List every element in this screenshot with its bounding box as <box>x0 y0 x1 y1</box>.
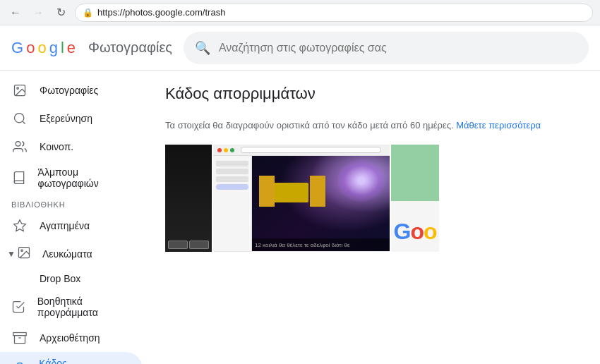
sidebar-label-archive: Αρχειοθέτηση <box>40 332 100 344</box>
sidebar-item-trash[interactable]: Κάδος απορριμμάτων <box>0 352 143 364</box>
logo-e: e <box>67 39 76 57</box>
lock-icon: 🔒 <box>83 8 93 18</box>
search-icon: 🔍 <box>195 40 210 56</box>
svg-marker-5 <box>14 220 26 231</box>
svg-line-3 <box>23 121 25 124</box>
svg-point-1 <box>17 87 18 90</box>
sidebar: Φωτογραφίες Εξερεύνηση Κοινοπ. <box>0 71 148 364</box>
back-button[interactable]: ← <box>7 4 24 21</box>
sidebar-item-photos[interactable]: Φωτογραφίες <box>0 76 143 104</box>
sidebar-label-explore: Εξερεύνηση <box>40 113 92 124</box>
url-text: https://photos.google.com/trash <box>97 7 225 18</box>
sidebar-item-archive[interactable]: Αρχειοθέτηση <box>0 324 143 352</box>
reload-button[interactable]: ↻ <box>52 4 69 21</box>
albums-icon <box>11 169 27 186</box>
sidebar-label-photos: Φωτογραφίες <box>40 85 98 96</box>
favorites-icon <box>11 217 28 234</box>
app-name: Φωτογραφίες <box>88 40 172 56</box>
google-logo: Google <box>11 39 76 57</box>
expand-albums-button[interactable]: ▼ <box>0 245 17 262</box>
search-bar[interactable]: 🔍 <box>184 32 589 64</box>
logo-l: l <box>61 39 64 57</box>
albums2-icon <box>17 245 31 262</box>
sharing-icon <box>11 138 28 155</box>
photo-item-3[interactable]: Goo <box>391 145 439 252</box>
sidebar-label-sharing: Κοινοπ. <box>40 141 73 152</box>
photo-item-1[interactable] <box>165 145 212 252</box>
sidebar-item-sharing[interactable]: Κοινοπ. <box>0 133 143 161</box>
sidebar-label-dropbox: Drop Box <box>40 273 80 284</box>
sidebar-item-albums2-row: ▼ Λευκώματα <box>0 240 143 267</box>
sidebar-section-library: ΒΙΒΛΙΟΘΗΚΗ <box>0 195 148 212</box>
learn-more-link[interactable]: Μάθετε περισσότερα <box>456 120 541 131</box>
sidebar-label-trash: Κάδος απορριμμάτων <box>39 358 131 364</box>
photos-icon <box>11 82 28 99</box>
page-title: Κάδος απορριμμάτων <box>165 85 583 103</box>
sidebar-label-favorites: Αγαπημένα <box>40 220 90 231</box>
svg-point-4 <box>16 142 20 147</box>
app-header: Google Φωτογραφίες 🔍 <box>0 25 600 71</box>
trash-icon <box>11 360 28 364</box>
utilities-icon <box>11 298 26 315</box>
svg-point-2 <box>15 114 24 123</box>
app-container: Google Φωτογραφίες 🔍 Φωτογραφίες Εξερεύν… <box>0 25 600 364</box>
info-bar: Τα στοιχεία θα διαγραφούν οριστικά από τ… <box>165 120 583 131</box>
forward-button[interactable]: → <box>30 4 47 21</box>
archive-icon <box>11 329 28 346</box>
sidebar-item-favorites[interactable]: Αγαπημένα <box>0 212 143 240</box>
address-bar[interactable]: 🔒 https://photos.google.com/trash <box>75 4 593 22</box>
photo-grid: 12 κοιλιά θα θέλετε τε αδελφοί διότι θε … <box>165 145 583 252</box>
sidebar-item-utilities[interactable]: Βοηθητικά προγράμματα <box>0 290 143 324</box>
sidebar-item-albums[interactable]: Άλμπουμ φωτογραφιών <box>0 161 143 195</box>
svg-point-7 <box>21 250 23 252</box>
sidebar-item-explore[interactable]: Εξερεύνηση <box>0 104 143 133</box>
page-content: Κάδος απορριμμάτων Τα στοιχεία θα διαγρα… <box>148 71 600 364</box>
logo-o1: o <box>26 39 35 57</box>
search-input[interactable] <box>219 42 577 54</box>
photo-item-2[interactable]: 12 κοιλιά θα θέλετε τε αδελφοί διότι θε <box>213 145 390 252</box>
sidebar-item-dropbox[interactable]: Drop Box <box>0 267 143 290</box>
sidebar-label-albums: Άλμπουμ φωτογραφιών <box>38 166 131 189</box>
browser-chrome: ← → ↻ 🔒 https://photos.google.com/trash <box>0 0 600 25</box>
sidebar-item-albums2[interactable]: Λευκώματα <box>17 240 143 267</box>
main-content: Φωτογραφίες Εξερεύνηση Κοινοπ. <box>0 71 600 364</box>
sidebar-label-albums2: Λευκώματα <box>42 248 92 260</box>
explore-icon <box>11 110 28 127</box>
logo-g: G <box>11 39 23 57</box>
logo-o2: o <box>37 39 46 57</box>
info-text: Τα στοιχεία θα διαγραφούν οριστικά από τ… <box>165 120 454 131</box>
logo-g2: g <box>49 39 58 57</box>
sidebar-label-utilities: Βοηθητικά προγράμματα <box>37 296 131 318</box>
svg-rect-8 <box>13 333 26 336</box>
